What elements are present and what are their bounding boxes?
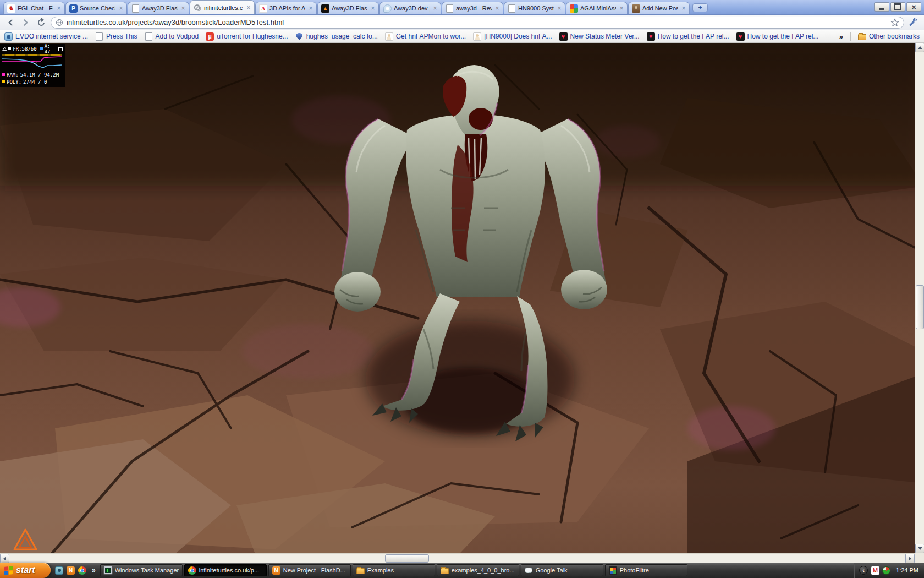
taskbar-button-label: Windows Task Manager xyxy=(115,567,179,574)
tab-0[interactable]: FGL Chat - Flash...× xyxy=(3,2,65,14)
gmail-icon[interactable] xyxy=(871,566,879,575)
heart-icon xyxy=(559,32,568,41)
tab-8[interactable]: HN9000 System...× xyxy=(504,2,565,14)
start-button[interactable]: start xyxy=(0,563,51,578)
taskbar-button-6[interactable]: PhotoFiltre xyxy=(605,564,688,576)
gtalk-icon xyxy=(525,566,533,575)
source-checkout-icon xyxy=(69,4,78,13)
taskbar-button-5[interactable]: Google Talk xyxy=(521,564,603,576)
new-tab-button[interactable]: + xyxy=(692,3,708,12)
tray-collapse-button[interactable]: ‹ xyxy=(859,566,868,575)
bookmark-4[interactable]: hughes_usage_calc fo... xyxy=(295,32,378,41)
bookmark-label: EVDO internet service ... xyxy=(15,32,88,40)
start-label: start xyxy=(16,565,35,575)
tab-1[interactable]: Source Checko...× xyxy=(65,2,127,14)
ram-bullet xyxy=(2,73,5,76)
tab-close-icon[interactable]: × xyxy=(245,4,252,11)
taskbar-button-0[interactable]: Windows Task Manager xyxy=(100,564,183,576)
tab-7[interactable]: away3d - Revisi...× xyxy=(442,2,503,14)
tab-close-icon[interactable]: × xyxy=(180,5,186,12)
other-bookmarks-button[interactable]: Other bookmarks xyxy=(858,32,920,41)
bookmark-label: Press This xyxy=(106,32,137,40)
person-icon xyxy=(385,32,393,41)
utorrent-icon xyxy=(206,32,214,41)
url-text: infiniteturtles.co.uk/projects/away3d/br… xyxy=(67,18,887,26)
flashdevelop-icon xyxy=(272,566,280,575)
photofiltre-icon xyxy=(609,566,617,575)
stats-minimize-icon[interactable] xyxy=(58,47,63,51)
poly-label: POLY: xyxy=(7,79,21,85)
tab-6[interactable]: Away3D.dev | G...× xyxy=(380,2,441,14)
status-meter-icon[interactable] xyxy=(882,566,890,575)
avatar-icon xyxy=(632,4,640,13)
bookmark-label: hughes_usage_calc fo... xyxy=(306,32,378,40)
maximize-button[interactable] xyxy=(890,2,905,12)
flashdevelop-icon[interactable] xyxy=(67,566,75,575)
forward-button[interactable] xyxy=(20,17,32,29)
taskbar-button-label: PhotoFiltre xyxy=(620,567,649,574)
back-button[interactable] xyxy=(4,17,16,29)
taskbar-button-3[interactable]: Examples xyxy=(353,564,435,576)
scroll-right-button[interactable] xyxy=(905,554,915,563)
tab-close-icon[interactable]: × xyxy=(56,5,62,12)
bookmark-7[interactable]: New Status Meter Ver... xyxy=(559,32,640,41)
bookmark-5[interactable]: Get hnFAPMon to wor... xyxy=(385,32,466,41)
minimize-button[interactable] xyxy=(875,2,889,12)
plus-icon: + xyxy=(698,4,702,12)
tab-9[interactable]: AGALMiniAssem...× xyxy=(566,2,628,14)
bookmark-star-icon[interactable] xyxy=(890,18,899,27)
shield-icon xyxy=(295,32,304,41)
chrome-icon[interactable] xyxy=(78,566,86,575)
tab-5[interactable]: Away3D Flash E...× xyxy=(317,2,379,14)
bookmark-1[interactable]: Press This xyxy=(95,32,137,41)
quick-launch-overflow-chevron[interactable]: » xyxy=(91,566,97,574)
scroll-left-button[interactable] xyxy=(0,554,9,563)
bookmark-6[interactable]: [HN9000] Does hnFA... xyxy=(473,32,552,41)
quick-launch xyxy=(51,566,91,575)
scroll-down-button[interactable] xyxy=(915,544,924,553)
taskbar-button-label: examples_4_0_0_bro... xyxy=(452,567,515,574)
vertical-scroll-thumb[interactable] xyxy=(916,285,924,329)
close-button[interactable] xyxy=(906,2,921,12)
tab-close-icon[interactable]: × xyxy=(680,5,687,12)
bookmark-0[interactable]: EVDO internet service ... xyxy=(4,32,88,41)
tab-label: FGL Chat - Flash... xyxy=(18,5,53,12)
tab-close-icon[interactable]: × xyxy=(118,5,124,12)
bookmark-3[interactable]: uTorrent for Hughesne... xyxy=(206,32,288,41)
bookmarks-overflow-chevron[interactable]: » xyxy=(839,32,843,41)
horizontal-scroll-thumb[interactable] xyxy=(385,554,429,563)
tab-close-icon[interactable]: × xyxy=(556,5,563,12)
tab-close-icon[interactable]: × xyxy=(370,5,376,12)
ram-label: RAM: xyxy=(7,72,19,78)
webcam-icon[interactable] xyxy=(55,566,63,575)
scroll-up-button[interactable] xyxy=(915,43,924,52)
horizontal-scrollbar[interactable] xyxy=(0,553,915,563)
tray-icons xyxy=(871,566,890,575)
taskbar-button-4[interactable]: examples_4_0_0_bro... xyxy=(437,564,519,576)
tab-3[interactable]: infiniteturtles.co...× xyxy=(190,0,255,14)
bookmark-8[interactable]: How to get the FAP rel... xyxy=(647,32,729,41)
tab-close-icon[interactable]: × xyxy=(618,5,625,12)
tab-close-icon[interactable]: × xyxy=(494,5,501,12)
address-bar[interactable]: infiniteturtles.co.uk/projects/away3d/br… xyxy=(51,17,904,29)
adobe-icon xyxy=(259,4,267,13)
bookmark-2[interactable]: Add to Vodpod xyxy=(145,32,199,41)
bookmark-label: How to get the FAP rel... xyxy=(747,32,819,40)
wrench-menu-button[interactable] xyxy=(908,17,920,29)
tab-close-icon[interactable]: × xyxy=(307,5,314,12)
taskbar-button-1[interactable]: infiniteturtles.co.uk/p... xyxy=(184,564,267,576)
reload-button[interactable] xyxy=(35,17,47,29)
page-icon xyxy=(508,4,516,13)
windows-flag-icon xyxy=(4,566,13,575)
vertical-scrollbar[interactable] xyxy=(915,43,924,553)
folder-icon xyxy=(356,566,365,575)
tab-10[interactable]: Add New Post ‹...× xyxy=(628,2,690,14)
globe-icon xyxy=(56,19,63,26)
bookmark-9[interactable]: How to get the FAP rel... xyxy=(736,32,819,41)
tab-4[interactable]: 3D APIs for Ado...× xyxy=(255,2,317,14)
bookmark-label: [HN9000] Does hnFA... xyxy=(484,32,552,40)
tab-close-icon[interactable]: × xyxy=(432,5,438,12)
taskbar-button-2[interactable]: New Project - FlashD... xyxy=(268,564,351,576)
tab-2[interactable]: Away3D Flash E...× xyxy=(128,2,189,14)
tab-label: 3D APIs for Ado... xyxy=(270,5,305,12)
